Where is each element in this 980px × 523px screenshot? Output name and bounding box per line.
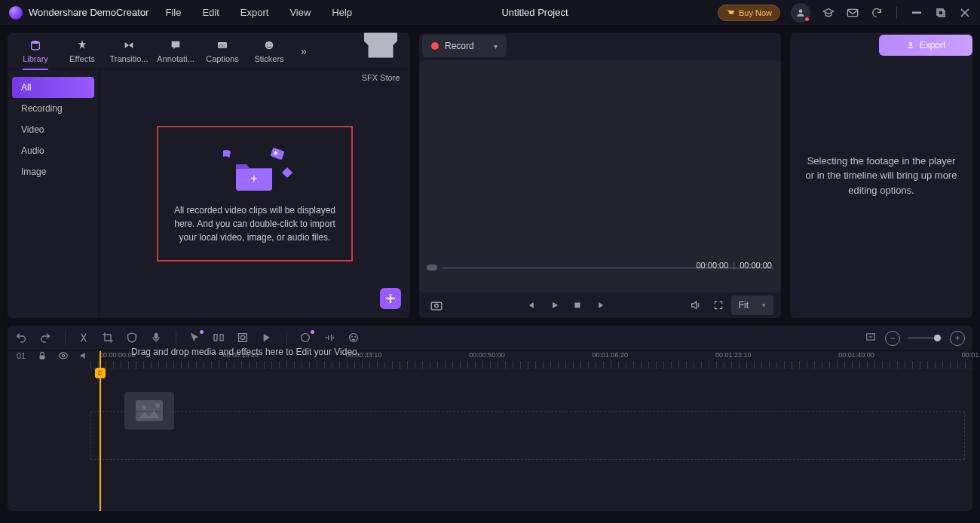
chevron-down-icon: ▾ (494, 42, 498, 50)
crop-button[interactable] (102, 332, 115, 345)
record-dot-icon (431, 42, 439, 50)
track-visibility-button[interactable] (57, 350, 69, 362)
import-media-button[interactable] (380, 288, 401, 309)
next-frame-button[interactable] (590, 296, 610, 314)
fullscreen-button[interactable] (709, 296, 728, 314)
shield-button[interactable] (126, 332, 139, 345)
app-name: Wondershare DemoCreator (29, 7, 149, 18)
volume-button[interactable] (686, 296, 706, 314)
preview-canvas[interactable]: 00:00:00|00:00:00 (419, 60, 781, 292)
tabs-more-icon[interactable]: » (292, 45, 315, 57)
category-recording[interactable]: Recording (12, 98, 94, 119)
track-mute-button[interactable] (78, 350, 90, 362)
svg-rect-32 (40, 355, 45, 359)
window-minimize[interactable] (911, 7, 923, 19)
window-close[interactable] (959, 7, 971, 19)
undo-button[interactable] (15, 332, 29, 345)
svg-rect-2 (912, 12, 921, 14)
title-bar: Wondershare DemoCreator File Edit Export… (0, 0, 980, 26)
menu-export[interactable]: Export (240, 7, 269, 18)
zoom-slider[interactable] (908, 337, 942, 339)
properties-panel: Selecting the footage in the player or i… (790, 33, 972, 318)
svg-point-30 (142, 405, 146, 410)
svg-point-27 (355, 336, 356, 337)
svg-point-10 (267, 44, 268, 44)
refresh-icon[interactable] (871, 7, 883, 19)
svg-point-26 (352, 336, 353, 337)
zoom-in-button[interactable]: + (950, 331, 965, 346)
svg-rect-19 (155, 333, 158, 338)
export-button-label: Export (920, 40, 946, 50)
speed-play-button[interactable] (261, 332, 274, 345)
voiceover-button[interactable] (150, 332, 164, 345)
svg-point-17 (435, 304, 439, 308)
track-index-label: 01 (15, 350, 27, 362)
svg-point-24 (302, 333, 310, 341)
app-logo-icon (9, 6, 23, 20)
svg-point-33 (62, 354, 65, 357)
tab-effects[interactable]: Effects (59, 33, 106, 69)
snapshot-button[interactable] (427, 296, 446, 314)
tab-stickers[interactable]: Stickers (246, 33, 292, 69)
menu-edit[interactable]: Edit (202, 7, 219, 18)
svg-rect-22 (239, 333, 247, 341)
track-controls: 01 (15, 350, 90, 362)
menu-view[interactable]: View (289, 7, 311, 18)
library-drop-zone[interactable]: + All recorded video clips will (157, 126, 353, 262)
record-button[interactable]: Record ▾ (422, 35, 507, 57)
svg-rect-15 (282, 167, 292, 178)
export-button[interactable]: Export (879, 35, 972, 56)
mail-icon[interactable] (847, 7, 859, 19)
svg-point-11 (270, 44, 271, 44)
tab-annotations[interactable]: Annotati... (152, 33, 199, 69)
group-button[interactable] (213, 332, 226, 345)
library-tabs: Library Effects Transitio... Annotati...… (8, 33, 410, 69)
redo-button[interactable] (39, 332, 53, 345)
tab-captions[interactable]: CC Captions (199, 33, 246, 69)
audio-adjust-button[interactable] (323, 332, 337, 345)
tab-library[interactable]: Library (12, 33, 59, 69)
category-audio[interactable]: Audio (12, 140, 94, 161)
category-video[interactable]: Video (12, 119, 94, 140)
category-all[interactable]: All (12, 77, 94, 98)
svg-point-23 (240, 335, 244, 339)
menu-help[interactable]: Help (332, 7, 352, 18)
prev-frame-button[interactable] (522, 296, 542, 314)
svg-rect-16 (431, 302, 442, 310)
cursor-tool-button[interactable] (188, 332, 202, 345)
svg-point-31 (155, 403, 160, 408)
library-panel: Library Effects Transitio... Annotati...… (8, 33, 410, 318)
tab-transitions[interactable]: Transitio... (106, 33, 152, 69)
marker-button[interactable] (299, 332, 313, 345)
account-avatar[interactable] (791, 3, 810, 23)
folder-import-icon: + (202, 143, 308, 196)
fit-timeline-button[interactable] (864, 332, 877, 345)
window-maximize[interactable] (935, 7, 947, 19)
buy-now-button[interactable]: Buy Now (718, 5, 780, 21)
svg-text:CC: CC (219, 43, 226, 47)
adjust-button[interactable] (237, 332, 250, 345)
stop-button[interactable] (568, 296, 587, 314)
zoom-fit-select[interactable]: Fit▾ (731, 295, 773, 315)
face-button[interactable] (348, 332, 361, 345)
svg-rect-20 (214, 335, 217, 341)
svg-point-25 (350, 333, 358, 341)
svg-point-6 (32, 41, 40, 44)
project-title: Untitled Project (352, 7, 718, 18)
menu-file[interactable]: File (165, 7, 181, 18)
zoom-out-button[interactable]: − (885, 331, 900, 346)
workspace-top: Library Effects Transitio... Annotati...… (0, 26, 980, 326)
buy-now-label: Buy Now (739, 8, 772, 17)
split-button[interactable] (78, 332, 91, 345)
properties-hint-text: Selecting the footage in the player or i… (805, 154, 957, 198)
track-lock-button[interactable] (36, 350, 48, 362)
library-empty-text: All recorded video clips will be display… (166, 203, 344, 244)
graduation-icon[interactable] (822, 7, 835, 19)
timeline-track-1[interactable] (90, 411, 965, 460)
play-button[interactable] (545, 296, 565, 314)
library-media-area[interactable]: + All recorded video clips will (100, 69, 410, 318)
svg-rect-1 (847, 9, 857, 16)
timeline-playhead[interactable]: C (100, 351, 101, 511)
category-image[interactable]: Image (12, 161, 94, 182)
svg-rect-21 (220, 335, 223, 341)
